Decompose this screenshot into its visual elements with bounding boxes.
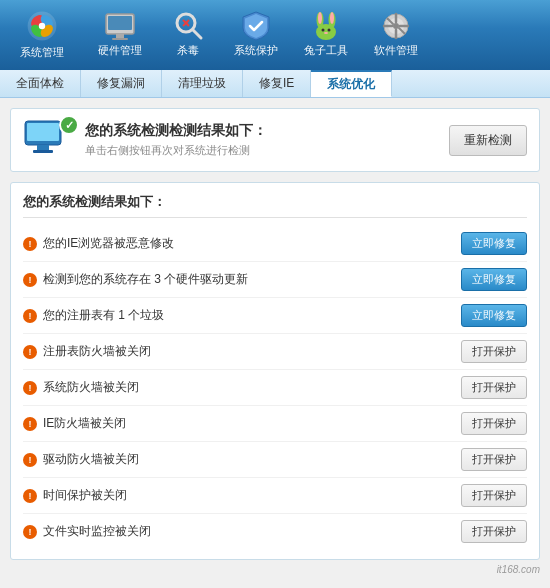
summary-subtitle: 单击右侧按钮再次对系统进行检测 bbox=[85, 143, 267, 158]
result-row: !IE防火墙被关闭打开保护 bbox=[23, 406, 527, 442]
nav-label-protection: 系统保护 bbox=[234, 43, 278, 58]
result-row: !您的IE浏览器被恶意修改立即修复 bbox=[23, 226, 527, 262]
warning-icon: ! bbox=[23, 345, 37, 359]
protect-button[interactable]: 打开保护 bbox=[461, 448, 527, 471]
summary-left: ✓ 您的系统检测检测结果如下： 单击右侧按钮再次对系统进行检测 bbox=[23, 119, 267, 161]
logo-icon bbox=[22, 10, 62, 42]
result-text: 检测到您的系统存在 3 个硬件驱动更新 bbox=[43, 271, 248, 288]
result-text: 系统防火墙被关闭 bbox=[43, 379, 139, 396]
results-list: !您的IE浏览器被恶意修改立即修复!检测到您的系统存在 3 个硬件驱动更新立即修… bbox=[23, 226, 527, 549]
main-content: ✓ 您的系统检测检测结果如下： 单击右侧按钮再次对系统进行检测 重新检测 您的系… bbox=[0, 98, 550, 588]
hardware-icon bbox=[104, 12, 136, 40]
result-row: !您的注册表有 1 个垃圾立即修复 bbox=[23, 298, 527, 334]
nav-item-rabbit[interactable]: 兔子工具 bbox=[294, 6, 358, 64]
svg-rect-32 bbox=[27, 123, 59, 141]
warning-icon: ! bbox=[23, 273, 37, 287]
warning-icon: ! bbox=[23, 417, 37, 431]
result-left: !注册表防火墙被关闭 bbox=[23, 343, 461, 360]
svg-rect-33 bbox=[37, 145, 49, 150]
summary-text: 您的系统检测检测结果如下： 单击右侧按钮再次对系统进行检测 bbox=[85, 122, 267, 158]
protection-icon bbox=[240, 12, 272, 40]
protect-button[interactable]: 打开保护 bbox=[461, 412, 527, 435]
warning-icon: ! bbox=[23, 489, 37, 503]
nav-label-kill: 杀毒 bbox=[177, 43, 199, 58]
fix-button[interactable]: 立即修复 bbox=[461, 268, 527, 291]
nav-label-software: 软件管理 bbox=[374, 43, 418, 58]
result-row: !时间保护被关闭打开保护 bbox=[23, 478, 527, 514]
nav-item-hardware[interactable]: 硬件管理 bbox=[88, 6, 152, 64]
result-row: !检测到您的系统存在 3 个硬件驱动更新立即修复 bbox=[23, 262, 527, 298]
tab-bar: 全面体检 修复漏洞 清理垃圾 修复IE 系统优化 bbox=[0, 70, 550, 98]
fix-button[interactable]: 立即修复 bbox=[461, 304, 527, 327]
tab-clean-junk[interactable]: 清理垃圾 bbox=[162, 70, 243, 97]
result-left: !系统防火墙被关闭 bbox=[23, 379, 461, 396]
watermark: it168.com bbox=[497, 564, 540, 575]
result-left: !您的注册表有 1 个垃圾 bbox=[23, 307, 461, 324]
results-title: 您的系统检测结果如下： bbox=[23, 193, 527, 218]
svg-point-5 bbox=[39, 23, 45, 29]
top-navigation: 系统管理 硬件管理 杀毒 bbox=[0, 0, 550, 70]
warning-icon: ! bbox=[23, 453, 37, 467]
nav-item-protection[interactable]: 系统保护 bbox=[224, 6, 288, 64]
software-icon bbox=[380, 12, 412, 40]
results-section: 您的系统检测结果如下： !您的IE浏览器被恶意修改立即修复!检测到您的系统存在 … bbox=[10, 182, 540, 560]
tab-full-check[interactable]: 全面体检 bbox=[0, 70, 81, 97]
rabbit-icon bbox=[310, 12, 342, 40]
svg-rect-9 bbox=[112, 38, 128, 40]
status-icon-group: ✓ bbox=[23, 119, 75, 161]
svg-point-30 bbox=[393, 23, 399, 29]
result-text: 文件实时监控被关闭 bbox=[43, 523, 151, 540]
svg-point-18 bbox=[330, 12, 334, 24]
svg-point-17 bbox=[318, 12, 322, 24]
result-row: !系统防火墙被关闭打开保护 bbox=[23, 370, 527, 406]
svg-point-20 bbox=[328, 29, 331, 32]
result-left: !IE防火墙被关闭 bbox=[23, 415, 461, 432]
svg-line-11 bbox=[193, 30, 201, 38]
summary-box: ✓ 您的系统检测检测结果如下： 单击右侧按钮再次对系统进行检测 重新检测 bbox=[10, 108, 540, 172]
result-left: !检测到您的系统存在 3 个硬件驱动更新 bbox=[23, 271, 461, 288]
result-left: !驱动防火墙被关闭 bbox=[23, 451, 461, 468]
result-text: 您的IE浏览器被恶意修改 bbox=[43, 235, 174, 252]
warning-icon: ! bbox=[23, 381, 37, 395]
result-text: 时间保护被关闭 bbox=[43, 487, 127, 504]
result-row: !注册表防火墙被关闭打开保护 bbox=[23, 334, 527, 370]
svg-point-21 bbox=[324, 32, 328, 34]
nav-label-rabbit: 兔子工具 bbox=[304, 43, 348, 58]
result-text: 驱动防火墙被关闭 bbox=[43, 451, 139, 468]
result-left: !时间保护被关闭 bbox=[23, 487, 461, 504]
protect-button[interactable]: 打开保护 bbox=[461, 484, 527, 507]
svg-rect-34 bbox=[33, 150, 53, 153]
protect-button[interactable]: 打开保护 bbox=[461, 520, 527, 543]
result-row: !文件实时监控被关闭打开保护 bbox=[23, 514, 527, 549]
svg-rect-8 bbox=[116, 34, 124, 38]
result-text: 您的注册表有 1 个垃圾 bbox=[43, 307, 164, 324]
tab-repair-ie[interactable]: 修复IE bbox=[243, 70, 311, 97]
result-left: !文件实时监控被关闭 bbox=[23, 523, 461, 540]
tab-optimize[interactable]: 系统优化 bbox=[311, 70, 392, 97]
nav-item-kill[interactable]: 杀毒 bbox=[158, 6, 218, 64]
result-left: !您的IE浏览器被恶意修改 bbox=[23, 235, 461, 252]
protect-button[interactable]: 打开保护 bbox=[461, 340, 527, 363]
kill-icon bbox=[172, 12, 204, 40]
warning-icon: ! bbox=[23, 525, 37, 539]
warning-icon: ! bbox=[23, 237, 37, 251]
protect-button[interactable]: 打开保护 bbox=[461, 376, 527, 399]
tab-repair-missing[interactable]: 修复漏洞 bbox=[81, 70, 162, 97]
nav-item-sys-manage[interactable]: 系统管理 bbox=[10, 6, 74, 64]
recheck-button[interactable]: 重新检测 bbox=[449, 125, 527, 156]
check-badge: ✓ bbox=[59, 115, 79, 135]
summary-title: 您的系统检测检测结果如下： bbox=[85, 122, 267, 140]
svg-rect-7 bbox=[108, 16, 132, 30]
nav-label-hardware: 硬件管理 bbox=[98, 43, 142, 58]
fix-button[interactable]: 立即修复 bbox=[461, 232, 527, 255]
result-row: !驱动防火墙被关闭打开保护 bbox=[23, 442, 527, 478]
nav-item-software[interactable]: 软件管理 bbox=[364, 6, 428, 64]
computer-icon bbox=[23, 119, 63, 155]
result-text: 注册表防火墙被关闭 bbox=[43, 343, 151, 360]
nav-label-sys-manage: 系统管理 bbox=[20, 45, 64, 60]
svg-point-19 bbox=[322, 29, 325, 32]
warning-icon: ! bbox=[23, 309, 37, 323]
result-text: IE防火墙被关闭 bbox=[43, 415, 126, 432]
